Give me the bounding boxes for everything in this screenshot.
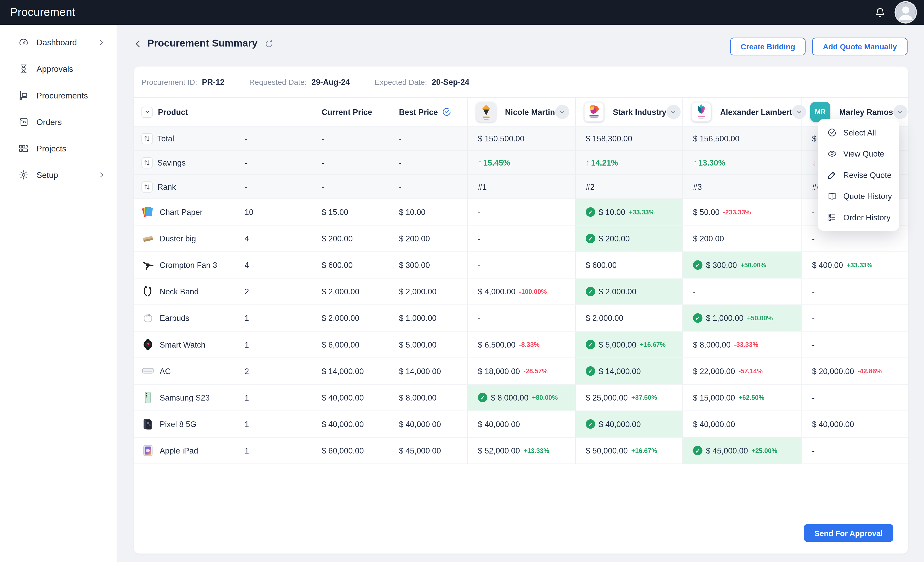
back-button[interactable] bbox=[134, 39, 142, 48]
best-price-cell: $ 45,000.00 bbox=[399, 438, 467, 463]
sidebar-item-label: Procurements bbox=[36, 91, 88, 100]
quantity-cell: 2 bbox=[244, 279, 322, 305]
best-price-cell: $ 14,000.00 bbox=[399, 358, 467, 384]
best-price-column-header: Best Price bbox=[399, 108, 438, 116]
vendor-quote-cell: ✓$ 5,000.00+16.67% bbox=[575, 332, 682, 357]
best-price-cell: $ 8,000.00 bbox=[399, 385, 467, 411]
vendor-quote-cell: $ 156,500.00 bbox=[682, 127, 801, 150]
best-price-cell: $ 300.00 bbox=[399, 252, 467, 278]
vendor-menu-button-stark[interactable] bbox=[666, 105, 680, 119]
best-price-cell: $ 1,000.00 bbox=[399, 305, 467, 331]
expected-date-label: Expected Date: bbox=[375, 78, 427, 86]
vendor-quote-cell: - bbox=[467, 226, 575, 251]
quantity-cell: 4 bbox=[244, 226, 322, 251]
vendor-quote-cell: $ 150,500.00 bbox=[467, 127, 575, 150]
vendor-menu-button-nicole[interactable] bbox=[555, 105, 569, 119]
summary-row-savings: Savings---↑15.45%↑14.21%↑13.30%↓ bbox=[134, 151, 908, 175]
top-bar: Procurement bbox=[0, 0, 924, 25]
sidebar-item-label: Dashboard bbox=[36, 37, 77, 47]
collapse-all-button[interactable] bbox=[141, 106, 153, 118]
notification-bell-icon[interactable] bbox=[873, 6, 886, 19]
menu-item-select-all[interactable]: Select All bbox=[818, 122, 899, 143]
product-row: Smart Watch1$ 6,000.00$ 5,000.00$ 6,500.… bbox=[134, 332, 908, 358]
vendor-quote-cell: ✓$ 45,000.00+25.00% bbox=[682, 438, 801, 463]
send-for-approval-button[interactable]: Send For Approval bbox=[804, 524, 893, 542]
vendor-quote-cell: ✓$ 200.00 bbox=[575, 226, 682, 251]
vendor-quote-cell: $ 20,000.00-42.86% bbox=[801, 358, 908, 384]
app: Procurement Dashboard bbox=[0, 0, 924, 562]
vendor-header-nicole: Nicole Martin bbox=[467, 98, 575, 126]
sort-button[interactable] bbox=[141, 181, 153, 192]
best-quote-badge-icon: ✓ bbox=[586, 234, 595, 243]
best-quote-badge-icon: ✓ bbox=[586, 419, 595, 429]
vendor-quote-cell: $ 50,000.00+16.67% bbox=[575, 438, 682, 463]
product-image-fan bbox=[141, 259, 154, 272]
best-quote-badge-icon: ✓ bbox=[693, 446, 702, 455]
sidebar-item-orders[interactable]: Orders bbox=[0, 109, 117, 135]
requested-date-label: Requested Date: bbox=[249, 78, 307, 86]
quantity-cell: 2 bbox=[244, 358, 322, 384]
product-image-watch bbox=[141, 338, 154, 351]
vendor-quote-cell: - bbox=[801, 305, 908, 331]
sidebar-item-setup[interactable]: Setup bbox=[0, 161, 117, 188]
best-quote-badge-icon: ✓ bbox=[586, 340, 595, 350]
menu-item-revise-quote[interactable]: Revise Quote bbox=[818, 164, 899, 185]
quantity-cell: 1 bbox=[244, 305, 322, 331]
vendor-quote-cell: $ 4,000.00-100.00% bbox=[467, 279, 575, 305]
table-body: Total---$ 150,500.00$ 158,300.00$ 156,50… bbox=[134, 127, 908, 464]
vendor-quote-cell: $ 2,000.00 bbox=[575, 305, 682, 331]
current-price-cell: $ 14,000.00 bbox=[322, 358, 399, 384]
vendor-quote-cell: $ 6,500.00-8.33% bbox=[467, 332, 575, 357]
refresh-icon[interactable] bbox=[265, 39, 273, 48]
menu-item-view-quote[interactable]: View Quote bbox=[818, 143, 899, 164]
vendor-actions-menu: Select All View Quote Revise Quote Quote… bbox=[818, 119, 899, 231]
quantity-cell: 10 bbox=[244, 199, 322, 225]
product-row: Neck Band2$ 2,000.00$ 2,000.00$ 4,000.00… bbox=[134, 279, 908, 305]
vendor-name: Nicole Martin bbox=[505, 108, 555, 116]
vendor-quote-cell: ↑13.30% bbox=[682, 151, 801, 174]
vendor-quote-cell: $ 25,000.00+37.50% bbox=[575, 385, 682, 411]
sidebar-item-projects[interactable]: Projects bbox=[0, 135, 117, 161]
card-footer: Send For Approval bbox=[134, 512, 908, 554]
sidebar-item-label: Approvals bbox=[36, 64, 74, 73]
product-row: AC2$ 14,000.00$ 14,000.00$ 18,000.00-28.… bbox=[134, 358, 908, 385]
current-price-cell: $ 200.00 bbox=[322, 226, 399, 251]
vendor-name: Stark Industry bbox=[613, 108, 666, 116]
current-price-cell: $ 6,000.00 bbox=[322, 332, 399, 357]
product-name: Duster big bbox=[160, 234, 196, 243]
current-price-cell: $ 2,000.00 bbox=[322, 279, 399, 305]
sort-button[interactable] bbox=[141, 133, 153, 144]
menu-item-order-history[interactable]: Order History bbox=[818, 207, 899, 228]
best-quote-badge-icon: ✓ bbox=[586, 287, 595, 296]
user-avatar[interactable] bbox=[896, 2, 916, 22]
approvals-icon bbox=[18, 63, 29, 74]
sort-button[interactable] bbox=[141, 157, 153, 168]
best-quote-badge-icon: ✓ bbox=[693, 313, 702, 323]
sidebar-item-procurements[interactable]: Procurements bbox=[0, 82, 117, 108]
menu-item-quote-history[interactable]: Quote History bbox=[818, 185, 899, 207]
trend-arrow-icon: ↑ bbox=[586, 158, 590, 167]
vendor-header-alexander: Alexander Lambert bbox=[682, 98, 801, 126]
vendor-quote-cell: - bbox=[801, 332, 908, 357]
product-image-earbuds bbox=[141, 312, 154, 324]
app-title: Procurement bbox=[10, 6, 75, 19]
sidebar-item-dashboard[interactable]: Dashboard bbox=[0, 29, 117, 55]
vendor-quote-cell: $ 600.00 bbox=[575, 252, 682, 278]
create-bidding-button[interactable]: Create Bidding bbox=[730, 38, 806, 55]
quantity-cell: 1 bbox=[244, 438, 322, 463]
product-image-duster bbox=[141, 232, 154, 245]
summary-row-total: Total---$ 150,500.00$ 158,300.00$ 156,50… bbox=[134, 127, 908, 151]
vendor-menu-button-marley[interactable] bbox=[893, 105, 907, 119]
current-price-cell: $ 40,000.00 bbox=[322, 411, 399, 437]
product-name: Samsung S23 bbox=[160, 393, 210, 402]
add-quote-manually-button[interactable]: Add Quote Manually bbox=[812, 38, 907, 55]
vendor-quote-cell: ✓$ 10.00+33.33% bbox=[575, 199, 682, 225]
product-row: Duster big4$ 200.00$ 200.00-✓$ 200.00$ 2… bbox=[134, 226, 908, 252]
sidebar-item-label: Setup bbox=[36, 170, 58, 179]
sidebar-item-approvals[interactable]: Approvals bbox=[0, 55, 117, 82]
product-row: Samsung S231$ 40,000.00$ 8,000.00✓$ 8,00… bbox=[134, 385, 908, 411]
best-quote-badge-icon: ✓ bbox=[693, 260, 702, 270]
vendor-quote-cell: ↑14.21% bbox=[575, 151, 682, 174]
vendor-quote-cell: $ 40,000.00 bbox=[467, 411, 575, 437]
quantity-cell: 4 bbox=[244, 252, 322, 278]
